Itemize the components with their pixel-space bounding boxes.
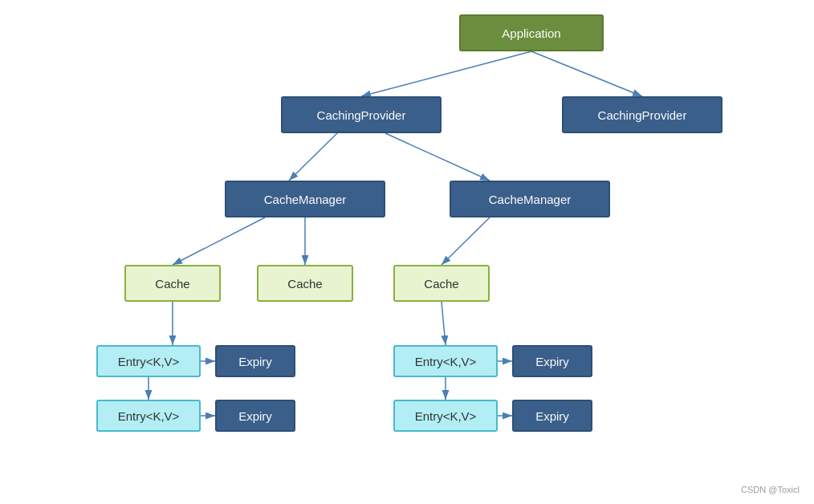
cache-2-node: Cache [257,265,353,302]
entry-3-label: Entry<K,V> [415,355,477,368]
entry-2-node: Entry<K,V> [96,400,201,432]
entry-1-node: Entry<K,V> [96,345,201,377]
svg-line-7 [442,217,490,265]
entry-2-label: Entry<K,V> [118,409,180,423]
caching-provider-1-node: CachingProvider [281,96,442,133]
expiry-2-label: Expiry [238,409,272,423]
svg-line-1 [361,51,531,96]
expiry-2-node: Expiry [215,400,295,432]
diagram-container: Application CachingProvider CachingProvi… [0,0,814,504]
cache-manager-2-node: CacheManager [450,181,610,217]
expiry-4-label: Expiry [535,409,569,423]
cache-3-label: Cache [424,277,458,291]
expiry-4-node: Expiry [512,400,592,432]
expiry-3-label: Expiry [535,355,569,368]
cache-manager-1-label: CacheManager [264,193,347,206]
caching-provider-2-label: CachingProvider [598,108,687,122]
svg-line-4 [385,133,490,181]
cache-2-label: Cache [287,277,322,291]
caching-provider-1-label: CachingProvider [317,108,406,122]
cache-1-node: Cache [124,265,221,302]
entry-3-node: Entry<K,V> [393,345,498,377]
expiry-3-node: Expiry [512,345,592,377]
application-label: Application [502,26,560,40]
svg-line-9 [442,302,446,345]
watermark: CSDN @Toxicl [741,485,800,494]
expiry-1-node: Expiry [215,345,295,377]
cache-manager-2-label: CacheManager [489,193,572,206]
cache-1-label: Cache [155,277,189,291]
svg-line-2 [531,51,642,96]
entry-1-label: Entry<K,V> [118,355,180,368]
entry-4-label: Entry<K,V> [415,409,477,423]
svg-line-3 [289,133,337,181]
cache-manager-1-node: CacheManager [225,181,385,217]
application-node: Application [459,14,604,51]
entry-4-node: Entry<K,V> [393,400,498,432]
caching-provider-2-node: CachingProvider [562,96,722,133]
cache-3-node: Cache [393,265,490,302]
svg-line-5 [173,217,265,265]
expiry-1-label: Expiry [238,355,272,368]
